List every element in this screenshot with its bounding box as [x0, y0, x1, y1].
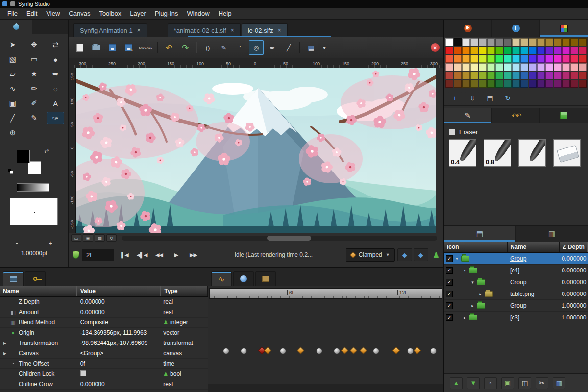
static-value-icon[interactable]: ♟	[163, 371, 168, 377]
column-header-layer-name[interactable]: Name	[508, 242, 560, 252]
past-future-onion-toggle[interactable]: ()	[200, 40, 215, 55]
doc-tab-1[interactable]: Synfig Animation 1×	[74, 23, 147, 37]
save-as-button[interactable]: ✎	[121, 40, 136, 55]
palette-swatch[interactable]	[479, 38, 487, 46]
animate-mode-toggle[interactable]: ♟	[433, 250, 440, 260]
palette-swatch[interactable]	[495, 72, 503, 79]
animate-edit-toggle[interactable]: ✎	[217, 40, 231, 55]
palette-swatch[interactable]	[445, 63, 453, 71]
reset-colors-icon[interactable]	[8, 169, 14, 174]
palette-swatch[interactable]	[454, 72, 462, 79]
seek-next-frame-button[interactable]: ▶▶	[185, 248, 201, 262]
timetrack-circle-marker[interactable]	[241, 348, 247, 354]
layer-row[interactable]: ✓▸[c3]1.000000	[444, 312, 588, 323]
palette-swatch[interactable]	[537, 63, 545, 71]
menu-window[interactable]: Window	[182, 8, 214, 19]
refresh-view-button[interactable]: ↻	[106, 234, 117, 242]
timetrack-diamond-marker[interactable]	[341, 347, 349, 355]
text-tool[interactable]: A	[47, 97, 64, 110]
param-row[interactable]: ▥Blend MethodComposite♟integer	[0, 318, 208, 328]
palette-save-button[interactable]: ▤	[483, 92, 497, 104]
doc-tab-2[interactable]: *animatic-02-c1.sif×	[168, 23, 241, 37]
toggle-grid-snap-button[interactable]: ▦	[95, 234, 105, 242]
palette-swatch[interactable]	[454, 80, 462, 88]
duplicate-layer-button[interactable]: ◫	[518, 377, 531, 389]
expander-icon[interactable]: ▶	[2, 351, 7, 356]
palette-swatch[interactable]	[462, 55, 470, 63]
palette-swatch[interactable]	[445, 38, 453, 46]
param-row[interactable]: ●Origin-134.369356px,-111.9963vector	[0, 328, 208, 338]
palette-swatch[interactable]	[512, 80, 520, 88]
palette-swatch[interactable]	[520, 80, 528, 88]
mirror-tool[interactable]: ⇄	[47, 38, 64, 51]
palette-swatch[interactable]	[512, 55, 520, 63]
keyframes-tab[interactable]	[25, 271, 46, 286]
close-canvas-button[interactable]: ✕	[431, 43, 440, 52]
palette-swatch[interactable]	[512, 38, 520, 46]
layer-visibility-checkbox[interactable]: ✓	[446, 255, 453, 262]
gradient-tool[interactable]: ▧	[4, 53, 22, 66]
timetrack-circle-marker[interactable]	[334, 348, 340, 354]
timetrack-diamond-marker[interactable]	[392, 347, 400, 355]
new-file-button[interactable]	[73, 40, 87, 55]
param-row[interactable]: ▶Canvas<Group>canvas	[0, 348, 208, 359]
expander-icon[interactable]: ▶	[2, 341, 7, 345]
palette-swatch[interactable]	[529, 55, 537, 63]
layer-row[interactable]: ✓▾Group0.000000	[444, 253, 588, 265]
palette-swatch[interactable]	[562, 80, 570, 88]
past-keyframe-lock-button[interactable]: ◆	[397, 248, 412, 261]
menu-plugins[interactable]: Plug-Ins	[150, 8, 183, 19]
palette-swatch[interactable]	[504, 38, 512, 46]
static-value-icon[interactable]: ♟	[163, 319, 168, 326]
doc-tab-3[interactable]: le-02.sifz×	[242, 23, 288, 37]
palette-swatch[interactable]	[529, 47, 537, 54]
collapse-icon[interactable]: ▾	[462, 268, 467, 273]
seek-prev-frame-button[interactable]: ◀◀	[151, 248, 167, 262]
decrease-size-button[interactable]: -	[16, 239, 18, 247]
timetrack-diamond-marker[interactable]	[297, 347, 305, 355]
draw-tool[interactable]: ✏	[25, 82, 43, 95]
palette-swatch[interactable]	[562, 55, 570, 63]
palette-swatch[interactable]	[462, 80, 470, 88]
cusp-tool[interactable]: ➥	[47, 68, 64, 80]
palette-swatch[interactable]	[512, 63, 520, 71]
palette-swatch[interactable]	[554, 63, 562, 71]
toggle-onion-skin-button[interactable]: ◉	[83, 234, 93, 242]
swap-colors-icon[interactable]: ⇄	[44, 148, 49, 154]
transform-tool[interactable]: ➤	[4, 38, 22, 51]
palette-swatch[interactable]	[529, 63, 537, 71]
column-header-value[interactable]: Value	[77, 286, 162, 296]
brush-settings-tab[interactable]: ✎	[444, 108, 492, 123]
curves-tab[interactable]: ∿	[211, 271, 232, 286]
palette-swatch[interactable]	[495, 63, 503, 71]
expand-icon[interactable]: ▸	[462, 315, 467, 320]
eraser-checkbox[interactable]	[449, 129, 455, 135]
layer-name-cell[interactable]: Group	[508, 302, 560, 309]
tab-close-icon[interactable]: ×	[137, 27, 141, 34]
palette-swatch[interactable]	[495, 80, 503, 88]
redo-button[interactable]: ↷	[178, 40, 193, 55]
layer-row[interactable]: ✓▸Group1.000000	[444, 300, 588, 312]
palette-swatch[interactable]	[487, 80, 495, 88]
palette-swatch[interactable]	[445, 47, 453, 54]
save-button[interactable]	[105, 40, 120, 55]
collapse-icon[interactable]: ▾	[470, 280, 475, 285]
palette-swatch[interactable]	[529, 72, 537, 79]
timetrack-circle-marker[interactable]	[430, 348, 437, 354]
palette-swatch[interactable]	[570, 80, 578, 88]
open-file-button[interactable]	[89, 40, 103, 55]
brush-item-2[interactable]: 0.8	[484, 139, 511, 167]
palette-swatch[interactable]	[554, 47, 562, 54]
brush-history-tab[interactable]: ↶↶	[492, 108, 540, 123]
foreground-color-swatch[interactable]	[17, 150, 30, 163]
smooth-move-tool[interactable]: ✥	[25, 38, 43, 51]
param-value[interactable]: 0.000000	[77, 309, 162, 316]
palette-swatch[interactable]	[520, 38, 528, 46]
palette-swatch[interactable]	[487, 72, 495, 79]
palette-swatch[interactable]	[454, 55, 462, 63]
palette-swatch[interactable]	[579, 38, 587, 46]
play-button[interactable]: ▶	[168, 248, 184, 262]
palette-swatch[interactable]	[454, 47, 462, 54]
expand-icon[interactable]: ▸	[470, 303, 475, 308]
palette-swatch[interactable]	[545, 63, 553, 71]
